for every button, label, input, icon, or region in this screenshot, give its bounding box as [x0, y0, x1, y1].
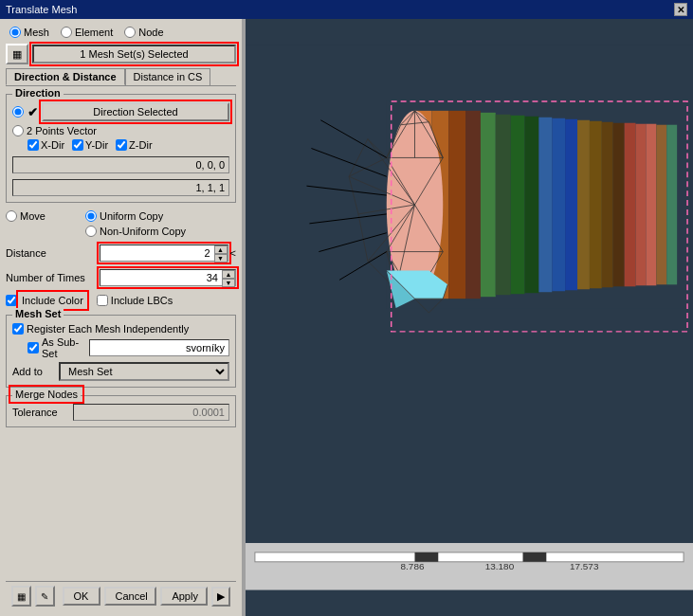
ok-button[interactable]: OK [63, 587, 100, 606]
mesh-icon-button[interactable]: ▦ [6, 44, 28, 64]
number-of-times-row: Number of Times ▲ ▼ [6, 269, 236, 286]
mesh-selected-row: ▦ 1 Mesh Set(s) Selected [6, 44, 236, 64]
svg-rect-10 [538, 118, 552, 292]
svg-rect-6 [481, 113, 496, 297]
z-dir-checkbox[interactable]: Z-Dir [116, 139, 152, 151]
svg-rect-67 [523, 553, 547, 562]
bottom-toolbar: ▦ ✎ OK Cancel Apply ▶ [6, 581, 236, 610]
subset-name-input[interactable] [89, 339, 229, 356]
close-button[interactable]: ✕ [674, 3, 687, 16]
radio-move[interactable]: Move [6, 210, 82, 222]
distance-row: Distance ▲ ▼ < [6, 245, 236, 262]
move-copy-row: Move Uniform Copy Non-Uniform Copy [6, 210, 236, 237]
svg-rect-14 [590, 121, 602, 289]
distance-spin: ▲ ▼ [214, 245, 228, 261]
svg-rect-4 [448, 111, 465, 299]
svg-text:8.786: 8.786 [401, 561, 425, 571]
check-icon: ✔ [27, 105, 38, 119]
direction-group: Direction ✔ Direction Selected 2 Points … [6, 94, 236, 203]
radio-mesh[interactable]: Mesh [9, 27, 49, 38]
mesh-selected-button[interactable]: 1 Mesh Set(s) Selected [32, 45, 236, 63]
mesh-set-group-title: Mesh Set [12, 308, 64, 319]
svg-rect-12 [565, 119, 577, 290]
title-bar: Translate Mesh ✕ [0, 0, 693, 19]
number-of-times-label: Number of Times [6, 272, 96, 283]
svg-text:17.573: 17.573 [570, 561, 599, 571]
number-of-times-spin-down[interactable]: ▼ [222, 279, 235, 287]
svg-rect-15 [602, 122, 613, 288]
merge-nodes-title: Merge Nodes [12, 389, 81, 400]
number-of-times-input-wrap: ▲ ▼ [100, 269, 236, 286]
svg-rect-8 [511, 116, 525, 294]
apply-button[interactable]: Apply [160, 587, 208, 606]
xyz-checkboxes: X-Dir Y-Dir Z-Dir [27, 139, 229, 151]
distance-arrow: < [230, 247, 236, 259]
include-color-label: Include Color [20, 294, 85, 307]
svg-rect-16 [613, 123, 625, 287]
svg-rect-21 [666, 125, 677, 285]
toolbar-icon-2[interactable]: ✎ [35, 586, 55, 607]
include-row: Include Color Include LBCs [6, 294, 236, 307]
merge-nodes-group: Merge Nodes Tolerance [6, 395, 236, 427]
tolerance-row: Tolerance [12, 404, 229, 421]
tab-distance-cs[interactable]: Distance in CS [125, 68, 211, 85]
svg-rect-65 [255, 553, 684, 562]
mesh-viewport: 8.786 13.180 17.573 [246, 19, 693, 616]
distance-spin-up[interactable]: ▲ [214, 245, 228, 254]
svg-rect-7 [496, 115, 511, 295]
as-subset-checkbox[interactable]: As Sub-Set [27, 336, 85, 359]
tab-direction-distance[interactable]: Direction & Distance [6, 68, 125, 85]
svg-rect-17 [625, 123, 636, 287]
svg-text:13.180: 13.180 [485, 561, 515, 571]
svg-rect-18 [636, 124, 647, 286]
number-of-times-spin-up[interactable]: ▲ [222, 270, 235, 279]
radio-uniform-copy[interactable]: Uniform Copy [85, 210, 163, 222]
radio-node[interactable]: Node [124, 27, 163, 38]
number-of-times-input[interactable] [100, 270, 222, 285]
number-of-times-spin: ▲ ▼ [222, 270, 235, 285]
direction-group-title: Direction [12, 87, 64, 99]
mesh-set-group: Mesh Set Register Each Mesh Independentl… [6, 315, 236, 388]
tolerance-label: Tolerance [12, 407, 69, 418]
toolbar-icon-1[interactable]: ▦ [11, 586, 31, 607]
radio-element[interactable]: Element [61, 27, 113, 38]
two-points-row: 2 Points Vector [12, 125, 229, 136]
coord-field-1-row [12, 154, 229, 173]
direction-selected-button[interactable]: Direction Selected [42, 102, 229, 121]
coord-field-2[interactable] [12, 179, 229, 196]
arrow-button[interactable]: ▶ [211, 587, 230, 607]
coord-field-1[interactable] [12, 156, 229, 173]
distance-spin-down[interactable]: ▼ [214, 254, 228, 263]
top-radio-group: Mesh Element Node [6, 25, 236, 40]
svg-rect-11 [552, 118, 565, 291]
add-to-label: Add to [12, 366, 55, 377]
distance-label: Distance [6, 247, 96, 259]
subset-row: As Sub-Set [27, 336, 229, 359]
y-dir-checkbox[interactable]: Y-Dir [72, 139, 108, 151]
coord-field-2-row [12, 176, 229, 196]
radio-direction-selected[interactable] [12, 106, 24, 118]
radio-two-points[interactable]: 2 Points Vector [12, 125, 97, 136]
svg-rect-20 [656, 125, 666, 285]
register-checkbox[interactable]: Register Each Mesh Independently [12, 323, 189, 335]
tabs-row: Direction & Distance Distance in CS [6, 68, 236, 86]
distance-input[interactable] [100, 245, 214, 261]
add-to-select[interactable]: Mesh Set Part Assembly [59, 362, 229, 381]
direction-selected-row: ✔ Direction Selected [12, 102, 229, 121]
title-bar-title: Translate Mesh [6, 4, 77, 15]
svg-rect-64 [246, 543, 693, 590]
right-panel: 8.786 13.180 17.573 [246, 19, 693, 616]
include-lbcs-label: Include LBCs [111, 295, 173, 306]
left-panel: Mesh Element Node ▦ 1 Mesh Set(s) Select… [0, 19, 242, 616]
svg-rect-13 [577, 120, 590, 289]
svg-rect-9 [525, 117, 539, 293]
content-area: Mesh Element Node ▦ 1 Mesh Set(s) Select… [0, 19, 693, 616]
x-dir-checkbox[interactable]: X-Dir [27, 139, 64, 151]
cancel-button[interactable]: Cancel [104, 587, 157, 606]
include-lbcs-checkbox[interactable]: Include LBCs [97, 295, 173, 306]
include-color-checkbox[interactable]: Include Color [6, 294, 85, 307]
tolerance-input[interactable] [73, 404, 229, 421]
add-to-row: Add to Mesh Set Part Assembly [12, 362, 229, 381]
register-row: Register Each Mesh Independently [12, 323, 229, 335]
radio-non-uniform-copy[interactable]: Non-Uniform Copy [85, 226, 186, 237]
